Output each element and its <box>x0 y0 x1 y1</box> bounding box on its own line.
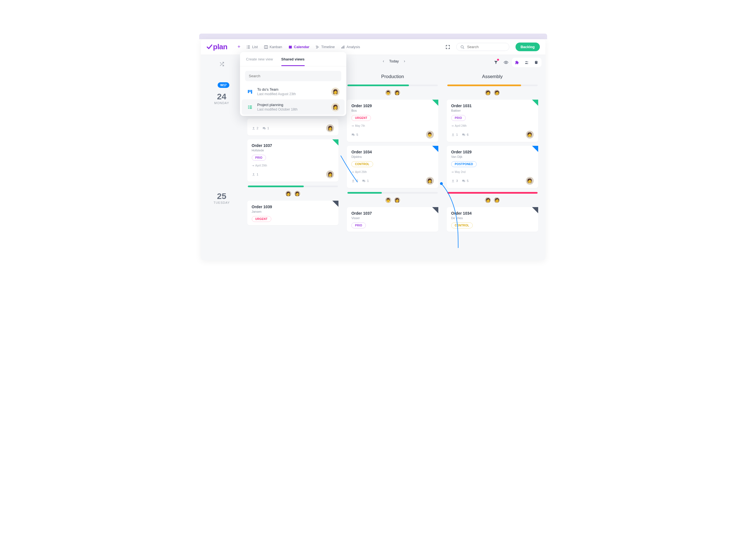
visibility-icon[interactable] <box>502 58 510 66</box>
card-subtitle: De Vries <box>451 216 534 220</box>
filter-icon[interactable] <box>492 58 500 66</box>
avatar[interactable]: 👩 <box>326 170 334 178</box>
avatar[interactable]: 👨 <box>384 196 392 204</box>
avatar[interactable]: 🧑 <box>493 196 500 204</box>
uploads-stat: 2 <box>252 127 258 130</box>
order-card[interactable]: Order 1039 Jansen URGENT <box>247 201 339 225</box>
brand-logo[interactable]: plan <box>206 43 227 51</box>
search-input[interactable] <box>467 45 505 49</box>
browser-chrome-stack <box>199 34 547 39</box>
date-icon: ⇥ <box>252 164 254 167</box>
day-column: W17 24 MONDAY 25 TUESDAY <box>201 55 243 260</box>
tag-urgent: URGENT <box>252 216 271 222</box>
search-box[interactable] <box>456 43 509 51</box>
archive-icon[interactable] <box>532 58 540 66</box>
avatar[interactable]: 👩 <box>285 190 292 197</box>
today-label[interactable]: Today <box>389 59 399 63</box>
progress-bar <box>447 85 538 86</box>
nav-analysis[interactable]: Analysis <box>341 45 360 49</box>
avatar[interactable]: 👨 <box>426 131 434 139</box>
puzzle-icon[interactable] <box>513 58 521 66</box>
view-subtitle: Last modified October 18th <box>257 108 327 111</box>
dropdown-search-input[interactable] <box>245 71 341 81</box>
comments-icon <box>462 133 465 137</box>
order-card[interactable]: Order 1029 Van Dijk POSTPONED ⇥May 2nd 3… <box>447 146 538 188</box>
date-icon: ⇥ <box>451 124 453 127</box>
svg-rect-29 <box>452 181 454 182</box>
avatar[interactable]: 👩 <box>294 190 301 197</box>
order-card[interactable]: Order 1037 Hofstede PRIO ⇥April 29th 1 👩 <box>247 139 339 181</box>
avatar[interactable]: 👩 <box>326 124 334 132</box>
prev-day-button[interactable]: ‹ <box>383 59 384 63</box>
date-icon: ⇥ <box>351 170 353 173</box>
comments-stat: 5 <box>351 133 358 137</box>
card-title: Order 1034 <box>351 150 434 154</box>
avatar[interactable]: 👩 <box>394 196 401 204</box>
nav-calendar[interactable]: Calendar <box>288 45 310 49</box>
backlog-button[interactable]: Backlog <box>516 43 540 51</box>
day-name: TUESDAY <box>201 201 243 204</box>
order-card[interactable]: Order 1029 Bos URGENT ⇥May 7th 5 👨 <box>347 100 438 142</box>
order-card[interactable]: 2 1 👩 <box>247 119 339 136</box>
day-number: 25 <box>201 191 243 201</box>
nav-list[interactable]: List <box>247 45 258 49</box>
tag-postponed: POSTPONED <box>451 161 477 167</box>
tab-create-view[interactable]: Create new view <box>246 57 273 66</box>
tab-shared-views[interactable]: Shared views <box>281 57 305 66</box>
tag-prio: PRIO <box>351 223 366 228</box>
svg-point-21 <box>525 61 527 62</box>
avatar[interactable]: 🧑 <box>526 131 534 139</box>
date-icon: ⇥ <box>351 124 353 127</box>
card-date: ⇥April 29th <box>252 164 334 167</box>
card-subtitle: Van Dijk <box>451 155 534 159</box>
svg-rect-13 <box>317 47 319 47</box>
avatar[interactable]: 👩 <box>394 89 401 96</box>
avatar[interactable]: 🧑 <box>526 177 534 185</box>
shared-view-item[interactable]: To do's Team Last modified August 23th 👩 <box>242 84 345 100</box>
next-day-button[interactable]: › <box>404 59 405 63</box>
team-icon[interactable] <box>522 58 531 66</box>
comments-icon <box>462 179 465 183</box>
svg-point-18 <box>461 45 463 48</box>
uploads-stat: 2 <box>351 179 358 183</box>
svg-rect-31 <box>248 90 249 93</box>
svg-rect-33 <box>251 90 252 94</box>
upload-icon <box>252 173 255 176</box>
order-card[interactable]: Order 1037 Visser PRIO <box>347 207 438 232</box>
calendar-icon <box>288 45 292 49</box>
fullscreen-icon[interactable] <box>446 45 450 49</box>
svg-rect-25 <box>252 129 255 129</box>
order-card[interactable]: Order 1034 Dijsktra CONTROL ⇥April 26th … <box>347 146 438 188</box>
shared-view-item[interactable]: Project planning Last modified October 1… <box>242 100 345 115</box>
nav-timeline[interactable]: Timeline <box>316 45 335 49</box>
day-avatars: 🧑 🧑 <box>445 89 540 96</box>
tag-prio: PRIO <box>252 155 266 161</box>
date-icon: ⇥ <box>451 170 453 173</box>
day-name: MONDAY <box>201 101 243 105</box>
avatar[interactable]: 🧑 <box>493 89 500 96</box>
comments-stat: 1 <box>262 127 269 130</box>
order-card[interactable]: Order 1034 De Vries CONTROL <box>447 207 538 232</box>
avatar[interactable]: 👩 <box>426 177 434 185</box>
kanban-icon <box>247 89 253 94</box>
day-group: 👩 👩 Order 1039 Jansen URGENT <box>246 186 340 225</box>
order-card[interactable]: Order 1031 Bakker PRIO ⇥April 24th 1 6 🧑 <box>447 100 538 142</box>
column-assembly: Assembly 🧑 🧑 Order 1031 Bakker <box>445 74 540 236</box>
day-group: 🧑 🧑 Order 1031 Bakker PRIO ⇥April 24th <box>445 85 540 188</box>
progress-bar <box>447 192 538 194</box>
column-title: Production <box>345 74 440 80</box>
add-view-button[interactable]: + <box>237 44 240 50</box>
svg-line-19 <box>463 48 464 49</box>
shuffle-icon[interactable] <box>216 60 227 68</box>
comments-stat: 1 <box>362 179 369 183</box>
avatar[interactable]: 🧑 <box>484 196 491 204</box>
upload-icon <box>351 179 355 183</box>
dropdown-search[interactable] <box>245 71 341 81</box>
avatar[interactable]: 🧑 <box>484 89 491 96</box>
avatar[interactable]: 👨 <box>384 89 392 96</box>
nav-kanban[interactable]: Kanban <box>264 45 282 49</box>
card-title: Order 1037 <box>252 143 334 148</box>
card-subtitle: Bos <box>351 109 434 112</box>
nav-kanban-label: Kanban <box>270 45 282 49</box>
check-icon <box>206 44 212 50</box>
